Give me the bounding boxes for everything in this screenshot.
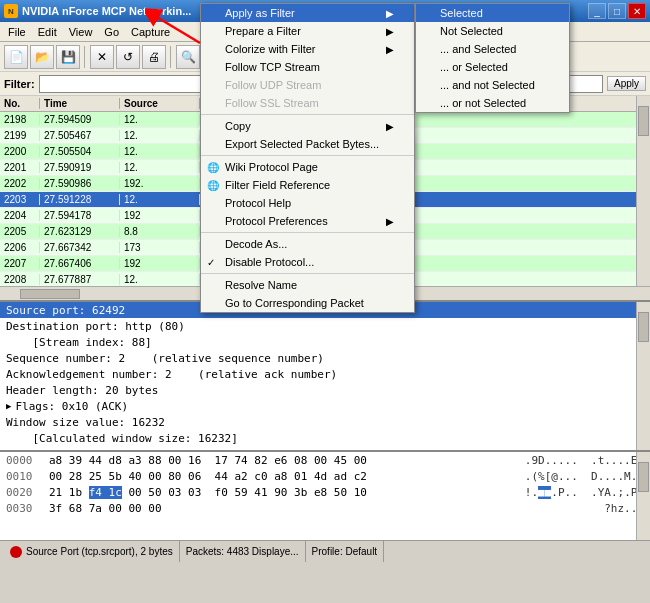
detail-row-seq[interactable]: Sequence number: 2 (relative sequence nu… bbox=[0, 350, 650, 366]
hex-scrollbar-thumb[interactable] bbox=[638, 462, 649, 492]
hex-row-0[interactable]: 0000 a8 39 44 d8 a3 88 00 16 17 74 82 e6… bbox=[0, 452, 650, 468]
reload-button[interactable]: ↺ bbox=[116, 45, 140, 69]
packet-detail: Source port: 62492 Destination port: htt… bbox=[0, 300, 650, 450]
submenu-and-selected[interactable]: ... and Selected bbox=[416, 40, 569, 58]
col-source: Source bbox=[120, 98, 200, 109]
cm-proto-help[interactable]: Protocol Help bbox=[201, 194, 414, 212]
cm-disable-proto[interactable]: ✓ Disable Protocol... bbox=[201, 253, 414, 271]
cm-proto-prefs[interactable]: Protocol Preferences ▶ bbox=[201, 212, 414, 230]
cm-export-bytes[interactable]: Export Selected Packet Bytes... bbox=[201, 135, 414, 153]
filter-icon: 🌐 bbox=[207, 180, 219, 191]
maximize-button[interactable]: □ bbox=[608, 3, 626, 19]
cm-goto-packet[interactable]: Go to Corresponding Packet bbox=[201, 294, 414, 312]
submenu-and-not-selected[interactable]: ... and not Selected bbox=[416, 76, 569, 94]
cm-submenu-arrow: ▶ bbox=[386, 216, 394, 227]
save-button[interactable]: 💾 bbox=[56, 45, 80, 69]
cm-apply-filter[interactable]: Apply as Filter ▶ bbox=[201, 4, 414, 22]
detail-row-header-len[interactable]: Header length: 20 bytes bbox=[0, 382, 650, 398]
minimize-button[interactable]: _ bbox=[588, 3, 606, 19]
submenu-label: ... and Selected bbox=[440, 43, 516, 55]
submenu-not-selected[interactable]: Not Selected bbox=[416, 22, 569, 40]
window-title: NVIDIA nForce MCP Networkin... bbox=[22, 5, 191, 17]
filter-apply-button[interactable]: Apply bbox=[607, 76, 646, 91]
cm-separator-2 bbox=[201, 155, 414, 156]
status-port-text: Source Port (tcp.srcport), 2 bytes bbox=[26, 546, 173, 557]
packet-list-scrollbar[interactable] bbox=[636, 96, 650, 286]
submenu-selected[interactable]: Selected bbox=[416, 4, 569, 22]
detail-text: Acknowledgement number: 2 (relative ack … bbox=[6, 368, 337, 381]
detail-scrollbar[interactable] bbox=[636, 302, 650, 450]
new-button[interactable]: 📄 bbox=[4, 45, 28, 69]
detail-row-calc-window[interactable]: [Calculated window size: 16232] bbox=[0, 430, 650, 446]
menu-capture[interactable]: Capture bbox=[125, 25, 176, 39]
cm-label: Apply as Filter bbox=[225, 7, 295, 19]
submenu-or-selected[interactable]: ... or Selected bbox=[416, 58, 569, 76]
status-packets-text: Packets: 4483 Displaye... bbox=[186, 546, 299, 557]
find-button[interactable]: 🔍 bbox=[176, 45, 200, 69]
cm-label: Follow UDP Stream bbox=[225, 79, 321, 91]
cm-follow-ssl: Follow SSL Stream bbox=[201, 94, 414, 112]
hex-scrollbar[interactable] bbox=[636, 452, 650, 540]
detail-row-stream-index[interactable]: [Stream index: 88] bbox=[0, 334, 650, 350]
status-profile-section: Profile: Default bbox=[306, 541, 385, 562]
menu-file[interactable]: File bbox=[2, 25, 32, 39]
submenu-label: ... or Selected bbox=[440, 61, 508, 73]
wiki-icon: 🌐 bbox=[207, 162, 219, 173]
cm-colorize[interactable]: Colorize with Filter ▶ bbox=[201, 40, 414, 58]
cm-label: Prepare a Filter bbox=[225, 25, 301, 37]
hex-view: 0000 a8 39 44 d8 a3 88 00 16 17 74 82 e6… bbox=[0, 450, 650, 540]
hex-row-2[interactable]: 0020 21 1b f4 1c 00 50 03 03 f0 59 41 90… bbox=[0, 484, 650, 500]
detail-row-window[interactable]: Window size value: 16232 bbox=[0, 414, 650, 430]
cm-submenu-arrow: ▶ bbox=[386, 121, 394, 132]
cm-separator-1 bbox=[201, 114, 414, 115]
cm-filter-ref[interactable]: 🌐 Filter Field Reference bbox=[201, 176, 414, 194]
cm-label: Filter Field Reference bbox=[225, 179, 330, 191]
cm-submenu-arrow: ▶ bbox=[386, 44, 394, 55]
filter-label: Filter: bbox=[4, 78, 35, 90]
cm-submenu-arrow: ▶ bbox=[386, 26, 394, 37]
detail-row-flags[interactable]: ▶ Flags: 0x10 (ACK) bbox=[0, 398, 650, 414]
menu-edit[interactable]: Edit bbox=[32, 25, 63, 39]
submenu-or-not-selected[interactable]: ... or not Selected bbox=[416, 94, 569, 112]
cm-prepare-filter[interactable]: Prepare a Filter ▶ bbox=[201, 22, 414, 40]
cm-decode-as[interactable]: Decode As... bbox=[201, 235, 414, 253]
status-port-section: Source Port (tcp.srcport), 2 bytes bbox=[4, 541, 180, 562]
hex-bytes: 3f 68 7a 00 00 00 bbox=[49, 502, 594, 515]
close-capture-button[interactable]: ✕ bbox=[90, 45, 114, 69]
detail-text: Destination port: http (80) bbox=[6, 320, 185, 333]
hscroll-thumb[interactable] bbox=[20, 289, 80, 299]
cm-resolve-name[interactable]: Resolve Name bbox=[201, 276, 414, 294]
menu-view[interactable]: View bbox=[63, 25, 99, 39]
hex-bytes: a8 39 44 d8 a3 88 00 16 17 74 82 e6 08 0… bbox=[49, 454, 515, 467]
hex-offset: 0000 bbox=[6, 454, 41, 467]
menu-go[interactable]: Go bbox=[98, 25, 125, 39]
cm-separator-4 bbox=[201, 273, 414, 274]
cm-follow-udp: Follow UDP Stream bbox=[201, 76, 414, 94]
detail-text: Window size value: 16232 bbox=[6, 416, 165, 429]
cm-wiki[interactable]: 🌐 Wiki Protocol Page bbox=[201, 158, 414, 176]
cm-label: Disable Protocol... bbox=[225, 256, 314, 268]
submenu-label: Selected bbox=[440, 7, 483, 19]
apply-filter-submenu: Selected Not Selected ... and Selected .… bbox=[415, 3, 570, 113]
hex-bytes: 21 1b f4 1c 00 50 03 03 f0 59 41 90 3b e… bbox=[49, 486, 515, 499]
scrollbar-thumb[interactable] bbox=[638, 106, 649, 136]
hex-row-1[interactable]: 0010 00 28 25 5b 40 00 80 06 44 a2 c0 a8… bbox=[0, 468, 650, 484]
status-icon bbox=[10, 546, 22, 558]
cm-label: Go to Corresponding Packet bbox=[225, 297, 364, 309]
hex-row-3[interactable]: 0030 3f 68 7a 00 00 00 ?hz... bbox=[0, 500, 650, 516]
status-packets-section: Packets: 4483 Displaye... bbox=[180, 541, 306, 562]
detail-text: [Stream index: 88] bbox=[6, 336, 152, 349]
cm-copy2[interactable]: Copy ▶ bbox=[201, 117, 414, 135]
detail-row-ack[interactable]: Acknowledgement number: 2 (relative ack … bbox=[0, 366, 650, 382]
submenu-label: Not Selected bbox=[440, 25, 503, 37]
detail-scrollbar-thumb[interactable] bbox=[638, 312, 649, 342]
open-button[interactable]: 📂 bbox=[30, 45, 54, 69]
toolbar-separator-1 bbox=[84, 46, 86, 68]
hex-ascii: .9D..... .t....E. bbox=[525, 454, 644, 467]
detail-row-dest-port[interactable]: Destination port: http (80) bbox=[0, 318, 650, 334]
cm-follow-tcp[interactable]: Follow TCP Stream bbox=[201, 58, 414, 76]
print-button[interactable]: 🖨 bbox=[142, 45, 166, 69]
close-button[interactable]: ✕ bbox=[628, 3, 646, 19]
cm-label: Protocol Preferences bbox=[225, 215, 328, 227]
cm-label: Export Selected Packet Bytes... bbox=[225, 138, 379, 150]
